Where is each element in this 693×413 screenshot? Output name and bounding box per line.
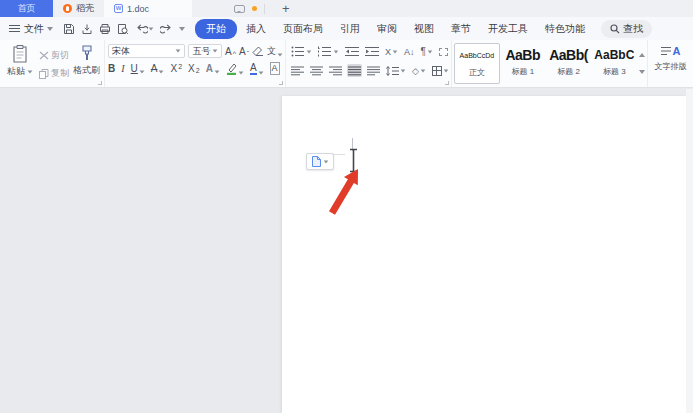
superscript-button[interactable]: X2: [170, 63, 182, 74]
align-left-button[interactable]: [290, 64, 305, 77]
clipboard-group: 粘贴 剪切 复制 格式刷: [0, 40, 105, 87]
copy-icon: [39, 69, 49, 79]
format-painter-button[interactable]: 格式刷: [73, 44, 100, 85]
vertical-scrollbar[interactable]: [686, 89, 693, 413]
sort-button[interactable]: A↓: [403, 45, 416, 58]
chevron-down-icon[interactable]: [47, 27, 53, 31]
cut-button[interactable]: 剪切: [39, 49, 69, 62]
highlight-button[interactable]: [226, 63, 244, 75]
undo-button[interactable]: [135, 23, 154, 34]
borders-icon: [432, 66, 442, 76]
ribbon-tab-home[interactable]: 开始: [195, 19, 237, 39]
tab-home[interactable]: 首页: [0, 0, 53, 17]
ribbon-tab-insert[interactable]: 插入: [238, 20, 274, 38]
subscript-mark: 2: [196, 67, 200, 74]
chat-icon[interactable]: [234, 5, 245, 13]
phonetic-label: 文: [267, 46, 276, 57]
bullets-button[interactable]: [290, 45, 313, 58]
font-family-select[interactable]: 宋体: [108, 44, 185, 58]
show-marks-button[interactable]: ¶: [420, 45, 434, 58]
text-tool-button[interactable]: [438, 45, 449, 58]
decrease-indent-button[interactable]: [344, 45, 360, 58]
chevron-down-icon: [238, 71, 243, 74]
styles-scroll: [637, 43, 647, 84]
tab-docer[interactable]: 稻壳: [53, 0, 104, 17]
ribbon-tab-references[interactable]: 引用: [332, 20, 368, 38]
text-layout-button[interactable]: A 文字排版: [648, 40, 693, 87]
bold-button[interactable]: B: [108, 63, 115, 74]
print-preview-button[interactable]: [117, 23, 129, 35]
numbering-button[interactable]: [317, 45, 340, 58]
font-family-value: 宋体: [112, 45, 130, 58]
styles-scroll-down[interactable]: [639, 70, 645, 74]
line-spacing-button[interactable]: [385, 64, 407, 77]
redo-button[interactable]: [160, 23, 173, 34]
chevron-down-icon: [278, 53, 283, 56]
style-heading-2[interactable]: AaBb( 标题 2: [546, 43, 592, 84]
quick-access-toolbar: [63, 23, 185, 35]
asian-layout-button[interactable]: X: [384, 45, 399, 58]
shading-button[interactable]: ◇: [411, 64, 427, 77]
align-center-button[interactable]: [309, 64, 324, 77]
document-page[interactable]: [282, 96, 686, 413]
justify-button[interactable]: [347, 64, 362, 77]
search-icon: [610, 24, 620, 34]
chevron-down-icon: [401, 69, 406, 72]
phonetic-guide-button[interactable]: 文: [267, 46, 283, 57]
find-label: 查找: [623, 22, 643, 36]
style-heading-1[interactable]: AaBb 标题 1: [500, 43, 546, 84]
style-preview: AaBbCcDd: [455, 46, 499, 66]
italic-button[interactable]: I: [121, 63, 124, 74]
find-button[interactable]: 查找: [601, 20, 652, 38]
style-normal[interactable]: AaBbCcDd 正文: [454, 43, 500, 84]
copy-button[interactable]: 复制: [39, 67, 69, 80]
superscript-mark: 2: [178, 63, 182, 70]
print-button[interactable]: [99, 23, 111, 35]
style-preview: AaBb(: [546, 45, 592, 65]
paragraph-dialog-launcher[interactable]: [445, 81, 449, 85]
grow-font-button[interactable]: A^: [225, 46, 236, 57]
text-layout-a-icon: A: [673, 46, 681, 57]
ribbon-tab-dev-tools[interactable]: 开发工具: [480, 20, 536, 38]
subscript-base: X: [188, 63, 195, 74]
chevron-down-icon: [214, 70, 219, 73]
align-right-button[interactable]: [328, 64, 343, 77]
ribbon-tab-page-layout[interactable]: 页面布局: [275, 20, 331, 38]
borders-button[interactable]: [431, 64, 450, 77]
text-effects-button[interactable]: A: [206, 63, 220, 74]
save-button[interactable]: [63, 23, 75, 35]
numbering-icon: [318, 46, 332, 57]
customize-toolbar-chevron-icon[interactable]: [179, 27, 185, 31]
undo-icon: [135, 23, 148, 34]
font-color-label: A: [250, 62, 257, 75]
increase-indent-button[interactable]: [364, 45, 380, 58]
distribute-button[interactable]: [366, 64, 381, 77]
format-painter-label: 格式刷: [73, 64, 100, 77]
file-menu[interactable]: 文件: [24, 22, 44, 36]
document-workspace: [0, 89, 693, 413]
align-left-icon: [291, 66, 304, 76]
font-color-button[interactable]: A: [250, 62, 264, 75]
shrink-font-button[interactable]: Aˇ: [239, 46, 249, 57]
ribbon-tab-review[interactable]: 审阅: [369, 20, 405, 38]
ribbon-tab-section[interactable]: 章节: [443, 20, 479, 38]
ribbon-tab-special-features[interactable]: 特色功能: [537, 20, 593, 38]
ribbon-tab-view[interactable]: 视图: [406, 20, 442, 38]
clipboard-dialog-launcher[interactable]: [98, 81, 102, 85]
text-effects-label: A: [206, 63, 213, 74]
paste-button[interactable]: 粘贴: [5, 44, 35, 85]
styles-gallery: AaBbCcDd 正文 AaBb 标题 1 AaBb( 标题 2 AaBbC 标…: [452, 40, 648, 87]
font-dialog-launcher[interactable]: [279, 81, 283, 85]
style-heading-3[interactable]: AaBbC 标题 3: [591, 43, 637, 84]
char-shading-button[interactable]: A: [270, 62, 280, 75]
clear-format-button[interactable]: [252, 46, 264, 57]
tab-document[interactable]: W 1.doc: [104, 0, 192, 17]
export-pdf-button[interactable]: [81, 23, 93, 35]
strikethrough-button[interactable]: A: [151, 63, 165, 74]
font-size-select[interactable]: 五号: [188, 44, 222, 58]
subscript-button[interactable]: X2: [188, 63, 200, 74]
chevron-down-icon: [393, 50, 398, 53]
styles-scroll-up[interactable]: [639, 53, 645, 57]
new-tab-button[interactable]: +: [272, 1, 300, 16]
underline-button[interactable]: U: [131, 63, 145, 74]
